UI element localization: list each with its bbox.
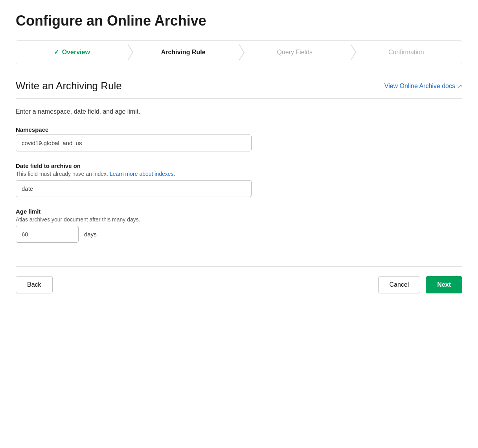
form-description: Enter a namespace, date field, and age l… [16,108,462,115]
namespace-label: Namespace [16,126,462,133]
namespace-input[interactable] [16,135,252,151]
page-title: Configure an Online Archive [16,13,462,29]
date-field-sublabel-text: This field must already have an index. [16,171,108,177]
docs-link-text: View Online Archive docs [384,83,455,90]
external-link-icon: ↗ [458,83,462,89]
age-limit-input[interactable] [16,226,79,243]
step-confirmation-label: Confirmation [388,49,424,56]
date-field-group: Date field to archive on This field must… [16,162,462,197]
cancel-button[interactable]: Cancel [378,276,421,293]
step-archiving-rule-label: Archiving Rule [161,49,206,56]
namespace-field-group: Namespace [16,126,462,151]
age-limit-row: days [16,226,462,243]
footer-divider [16,266,462,267]
learn-more-text: Learn more about indexes. [110,171,175,177]
step-query-fields[interactable]: Query Fields [239,41,351,64]
days-label: days [84,231,97,238]
step-confirmation[interactable]: Confirmation [351,41,462,64]
step-archiving-rule[interactable]: Archiving Rule [128,41,239,64]
date-field-label: Date field to archive on [16,162,462,169]
step-overview[interactable]: ✓ Overview [16,41,128,64]
age-limit-label: Age limit [16,208,462,215]
stepper: ✓ Overview Archiving Rule Query Fields C… [16,40,462,64]
content-header: Write an Archiving Rule View Online Arch… [16,80,462,92]
next-button[interactable]: Next [426,276,462,293]
step-query-fields-label: Query Fields [277,49,313,56]
back-button[interactable]: Back [16,276,53,293]
age-limit-field-group: Age limit Atlas archives your document a… [16,208,462,243]
section-title: Write an Archiving Rule [16,80,122,92]
check-icon: ✓ [54,48,59,56]
docs-link[interactable]: View Online Archive docs ↗ [384,83,462,90]
step-overview-label: Overview [62,49,90,56]
age-limit-description: Atlas archives your document after this … [16,216,462,223]
learn-more-link[interactable]: Learn more about indexes. [110,171,175,177]
footer-actions: Back Cancel Next [16,276,462,293]
date-field-sublabel: This field must already have an index. L… [16,171,462,177]
section-divider [16,98,462,99]
date-field-input[interactable] [16,180,252,197]
right-actions: Cancel Next [378,276,463,293]
